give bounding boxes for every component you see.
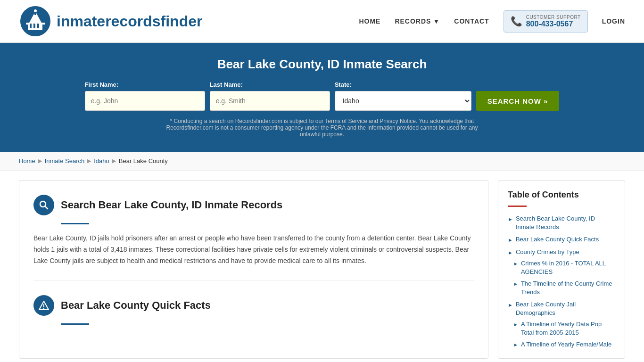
nav-contact[interactable]: CONTACT [454,17,489,25]
support-label: CUSTOMER SUPPORT [526,15,581,20]
breadcrumb-current: Bear Lake County [119,157,168,165]
section1-header: Search Bear Lake County, ID Inmate Recor… [33,195,474,215]
state-label: State: [335,81,352,88]
search-form: First Name: Last Name: State: Idaho SEAR… [19,81,625,111]
toc-sub-2: ► Crimes % in 2016 - TOTAL ALL AGENCIES … [513,259,615,296]
breadcrumb-sep-3: ▶ [112,158,116,164]
section2-header: Bear Lake County Quick Facts [33,295,474,316]
toc-item-3-group: ► Bear Lake County Jail Demographics ► A… [508,300,615,349]
search-icon-circle [33,195,54,215]
warning-icon-circle [33,295,54,316]
main-content: Search Bear Lake County, ID Inmate Recor… [0,171,644,362]
main-nav: HOME RECORDS ▼ CONTACT 📞 CUSTOMER SUPPOR… [359,10,625,33]
state-group: State: Idaho [335,81,471,111]
nav-home[interactable]: HOME [359,17,380,25]
disclaimer-text: * Conducting a search on Recordsfinder.c… [157,118,487,138]
breadcrumb-inmate-search[interactable]: Inmate Search [45,157,85,165]
logo-icon [19,5,52,38]
last-name-label: Last Name: [210,81,243,88]
toc-arrow-0: ► [508,216,513,223]
content-area: Search Bear Lake County, ID Inmate Recor… [19,180,488,359]
search-button[interactable]: SEARCH NOW » [476,91,560,111]
toc-item-1[interactable]: ► Bear Lake County Quick Facts [508,235,615,244]
toc-sub-arrow-2-1: ► [513,281,518,288]
magnifier-icon [39,200,49,210]
svg-point-14 [43,308,44,309]
section-inmate-records: Search Bear Lake County, ID Inmate Recor… [33,195,474,266]
section-quick-facts: Bear Lake County Quick Facts [33,280,474,325]
toc-title: Table of Contents [508,190,615,200]
section2-title: Bear Lake County Quick Facts [61,299,211,312]
toc-box: Table of Contents ► Search Bear Lake Cou… [498,180,625,359]
toc-sub-item-2-0[interactable]: ► Crimes % in 2016 - TOTAL ALL AGENCIES [513,259,615,276]
toc-item-0[interactable]: ► Search Bear Lake County, ID Inmate Rec… [508,214,615,231]
headset-icon: 📞 [511,16,522,27]
site-header: inmaterecordsfinder HOME RECORDS ▼ CONTA… [0,0,644,43]
toc-arrow-3: ► [508,302,513,309]
state-select[interactable]: Idaho [335,91,471,111]
first-name-group: First Name: [85,81,205,111]
toc-item-3[interactable]: ► Bear Lake County Jail Demographics [508,300,615,317]
breadcrumb-home[interactable]: Home [19,157,35,165]
toc-sub-arrow-3-1: ► [513,342,518,348]
toc-sub-arrow-2-0: ► [513,261,518,267]
triangle-exclamation-icon [39,300,49,311]
toc-item-2[interactable]: ► County Crimes by Type [508,248,615,256]
toc-arrow-1: ► [508,237,513,244]
hero-title: Bear Lake County, ID Inmate Search [19,57,625,72]
customer-support-box[interactable]: 📞 CUSTOMER SUPPORT 800-433-0567 [504,10,588,33]
nav-login[interactable]: LOGIN [602,17,625,25]
section1-body: Bear Lake County, ID jails hold prisoner… [33,233,474,266]
last-name-group: Last Name: [210,81,330,111]
toc-sub-arrow-3-0: ► [513,321,518,328]
first-name-label: First Name: [85,81,119,88]
svg-point-5 [34,9,37,12]
toc-sub-item-3-1[interactable]: ► A Timeline of Yearly Female/Male [513,340,615,349]
last-name-input[interactable] [210,91,330,111]
toc-divider [508,206,527,207]
toc-list: ► Search Bear Lake County, ID Inmate Rec… [508,214,615,349]
toc-sub-item-2-1[interactable]: ► The Timeline of the County Crime Trend… [513,280,615,296]
section1-title: Search Bear Lake County, ID Inmate Recor… [61,199,282,211]
toc-item-2-group: ► County Crimes by Type ► Crimes % in 20… [508,248,615,296]
breadcrumb-sep-2: ▶ [87,158,91,164]
logo-wordmark: inmaterecordsfinder [57,13,202,30]
svg-rect-7 [33,24,35,28]
support-number: 800-433-0567 [526,20,581,28]
hero-section: Bear Lake County, ID Inmate Search First… [0,43,644,152]
section1-divider [61,223,89,224]
logo[interactable]: inmaterecordsfinder [19,5,202,38]
breadcrumb-idaho[interactable]: Idaho [94,157,109,165]
sidebar: Table of Contents ► Search Bear Lake Cou… [498,180,625,359]
toc-arrow-2: ► [508,249,513,256]
svg-rect-8 [37,24,39,28]
breadcrumb: Home ▶ Inmate Search ▶ Idaho ▶ Bear Lake… [0,152,644,171]
chevron-down-icon: ▼ [433,17,440,25]
toc-sub-item-3-0[interactable]: ► A Timeline of Yearly Data Pop Total fr… [513,320,615,337]
section2-divider [61,323,89,325]
svg-line-11 [45,206,48,209]
first-name-input[interactable] [85,91,205,111]
toc-sub-3: ► A Timeline of Yearly Data Pop Total fr… [513,320,615,349]
breadcrumb-sep-1: ▶ [38,158,42,164]
nav-records[interactable]: RECORDS ▼ [395,17,440,25]
svg-rect-6 [30,24,32,28]
